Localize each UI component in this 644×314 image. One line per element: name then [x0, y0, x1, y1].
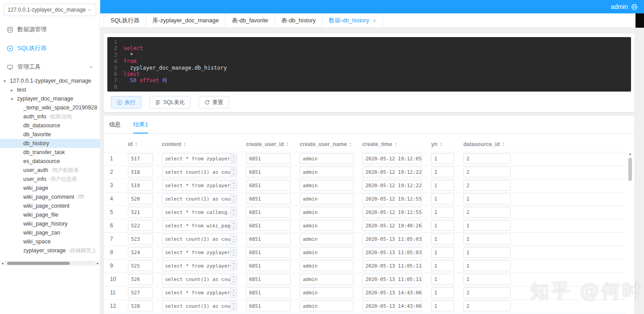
- sort-desc-icon[interactable]: ▼: [135, 144, 138, 147]
- sidebar-item-datasource-manage[interactable]: 数据源管理: [0, 20, 100, 39]
- tree-node[interactable]: user_info-用户信息表: [0, 175, 100, 184]
- scroll-left-arrow-icon[interactable]: ◂: [0, 260, 5, 266]
- caret-down-icon[interactable]: ▾: [11, 96, 17, 101]
- cell-input-create_user_id[interactable]: 6851: [246, 180, 291, 191]
- caret-right-icon[interactable]: ▸: [11, 88, 17, 92]
- cell-input-create_user_name[interactable]: admin: [300, 234, 353, 244]
- sort-desc-icon[interactable]: ▼: [286, 144, 289, 147]
- tree-node[interactable]: _temp_wiki_space_20190928: [0, 103, 100, 112]
- cell-input-create_user_name[interactable]: admin: [300, 220, 353, 231]
- step-up-icon[interactable]: ▲: [231, 207, 237, 213]
- tree-node[interactable]: wiki_space: [0, 237, 100, 246]
- cell-input-content[interactable]: select count(1) as counts fr▲▼: [162, 167, 237, 177]
- step-down-icon[interactable]: ▼: [231, 199, 237, 204]
- cell-input-id[interactable]: 525: [128, 260, 153, 271]
- cell-input-create_time[interactable]: 2020-05-12 19:12:22: [362, 180, 422, 191]
- tree-node[interactable]: wiki_page_history: [0, 219, 100, 228]
- cell-input-datasource_id[interactable]: 1: [463, 234, 511, 244]
- sidebar-item-manage-tools[interactable]: 管理工具: [0, 58, 100, 76]
- sort-icons[interactable]: ▲▼: [349, 142, 352, 147]
- scrollbar-track[interactable]: [5, 261, 95, 265]
- column-header-datasource_id[interactable]: datasource_id▲▼: [459, 137, 515, 152]
- sort-icons[interactable]: ▲▼: [183, 142, 186, 147]
- cell-input-content[interactable]: select count(1) as counts fr▲▼: [162, 193, 237, 204]
- tree-node[interactable]: wiki_page_zan: [0, 228, 100, 237]
- step-up-icon[interactable]: ▲: [231, 180, 237, 186]
- cell-input-id[interactable]: 521: [128, 207, 153, 218]
- cell-input-content[interactable]: select count(1) as counts fr▲▼: [162, 274, 237, 285]
- cell-input-create_time[interactable]: 2020-05-13 14:43:06: [362, 301, 422, 311]
- results-tab[interactable]: 信息: [109, 116, 121, 133]
- cell-input-create_user_name[interactable]: admin: [300, 167, 353, 177]
- column-header-create_time[interactable]: create_time▲▼: [358, 137, 427, 152]
- cell-input-id[interactable]: 518: [128, 167, 153, 177]
- cell-input-content[interactable]: select count(1) as counts fr▲▼: [162, 301, 237, 311]
- sql-editor[interactable]: 12select3 *4from5 zyplayer_doc_manage.db…: [107, 37, 631, 92]
- sort-icons[interactable]: ▲▼: [394, 142, 397, 147]
- cell-input-yn[interactable]: 1: [431, 220, 454, 231]
- cell-input-content[interactable]: select * from callmsg.dataso▲▼: [162, 207, 237, 218]
- expand-stepper-icon[interactable]: ▲▼: [230, 261, 237, 271]
- column-header-yn[interactable]: yn▲▼: [427, 137, 459, 152]
- cell-input-create_time[interactable]: 2020-05-13 11:05:03: [362, 234, 422, 244]
- cell-input-create_time[interactable]: 2020-05-13 11:05:11: [362, 260, 422, 271]
- tree-node[interactable]: wiki_page: [0, 184, 100, 193]
- cell-input-id[interactable]: 517: [128, 153, 153, 164]
- cell-input-create_user_name[interactable]: admin: [300, 301, 353, 311]
- cell-input-yn[interactable]: 1: [431, 180, 454, 191]
- expand-stepper-icon[interactable]: ▲▼: [230, 221, 237, 230]
- sort-desc-icon[interactable]: ▼: [440, 144, 442, 147]
- cell-input-content[interactable]: select * from zyplayer_doc_m▲▼: [162, 247, 237, 258]
- cell-input-content[interactable]: select * from zyplayer_doc_m▲▼: [162, 180, 237, 191]
- tree-node[interactable]: ▸test: [0, 85, 100, 94]
- cell-input-yn[interactable]: 1: [431, 287, 454, 298]
- step-down-icon[interactable]: ▼: [231, 172, 237, 177]
- tree-node[interactable]: wiki_page_comment-ffff: [0, 193, 100, 201]
- tree-node[interactable]: db_datasource: [0, 121, 100, 130]
- cell-input-yn[interactable]: 1: [431, 301, 454, 311]
- expand-stepper-icon[interactable]: ▲▼: [230, 234, 237, 244]
- cell-input-create_user_name[interactable]: admin: [300, 274, 353, 285]
- cell-input-datasource_id[interactable]: 2: [463, 207, 511, 218]
- cell-input-yn[interactable]: 1: [431, 207, 454, 218]
- expand-stepper-icon[interactable]: ▲▼: [230, 247, 237, 257]
- sort-desc-icon[interactable]: ▼: [394, 144, 397, 147]
- caret-down-icon[interactable]: ▾: [4, 79, 10, 84]
- cell-input-yn[interactable]: 1: [431, 193, 454, 204]
- cell-input-id[interactable]: 523: [128, 234, 153, 244]
- cell-input-create_user_id[interactable]: 6851: [246, 193, 291, 204]
- cell-input-create_time[interactable]: 2020-05-13 11:05:11: [362, 274, 422, 285]
- cell-input-create_user_name[interactable]: admin: [300, 260, 353, 271]
- cell-input-datasource_id[interactable]: 1: [463, 220, 511, 231]
- cell-input-yn[interactable]: 1: [431, 260, 454, 271]
- cell-input-datasource_id[interactable]: 1: [463, 247, 511, 258]
- tab-item[interactable]: 表-db_history: [275, 13, 322, 28]
- step-down-icon[interactable]: ▼: [231, 159, 237, 164]
- results-vertical-scrollbar[interactable]: ▲: [628, 152, 632, 313]
- cell-input-create_time[interactable]: 2020-05-12 19:40:26: [362, 220, 422, 231]
- cell-input-create_user_id[interactable]: 6851: [246, 207, 291, 218]
- cell-input-datasource_id[interactable]: 2: [463, 167, 511, 177]
- cell-input-create_user_name[interactable]: admin: [300, 193, 353, 204]
- sort-icons[interactable]: ▲▼: [502, 142, 504, 147]
- cell-input-create_time[interactable]: 2020-05-12 19:12:05: [362, 153, 422, 164]
- cell-input-create_time[interactable]: 2020-05-13 14:43:06: [362, 287, 422, 298]
- cell-input-create_user_id[interactable]: 6851: [246, 167, 291, 177]
- cell-input-create_user_name[interactable]: admin: [300, 207, 353, 218]
- cell-input-datasource_id[interactable]: 2: [463, 193, 511, 204]
- cell-input-create_user_name[interactable]: admin: [300, 180, 353, 191]
- reset-button[interactable]: 重置: [199, 96, 229, 109]
- step-up-icon[interactable]: ▲: [231, 194, 237, 199]
- cell-input-yn[interactable]: 1: [431, 274, 454, 285]
- expand-stepper-icon[interactable]: ▲▼: [230, 207, 237, 217]
- cell-input-yn[interactable]: 1: [431, 234, 454, 244]
- tab-item[interactable]: SQL执行器: [104, 13, 146, 28]
- tree-node[interactable]: zyplayer_storage-存储网页上: [0, 246, 100, 255]
- step-down-icon[interactable]: ▼: [231, 266, 237, 271]
- cell-input-create_user_id[interactable]: 6851: [246, 234, 291, 244]
- step-up-icon[interactable]: ▲: [231, 288, 237, 293]
- cell-input-create_user_name[interactable]: admin: [300, 153, 353, 164]
- step-up-icon[interactable]: ▲: [231, 301, 237, 306]
- tree-node[interactable]: db_transfer_task: [0, 148, 100, 157]
- sort-desc-icon[interactable]: ▼: [502, 144, 504, 147]
